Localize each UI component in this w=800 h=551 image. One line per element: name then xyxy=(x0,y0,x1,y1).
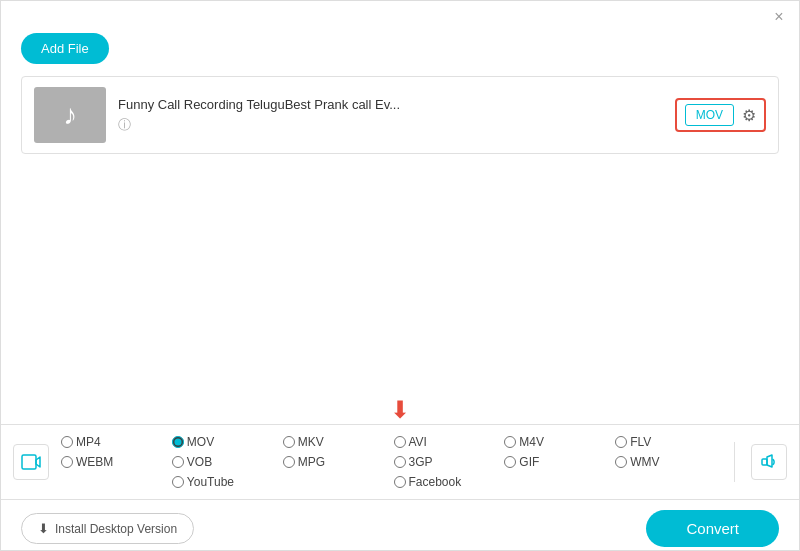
label-facebook: Facebook xyxy=(409,475,462,489)
format-option-flv[interactable]: FLV xyxy=(611,433,722,451)
svg-rect-0 xyxy=(22,455,36,469)
label-mkv: MKV xyxy=(298,435,324,449)
label-mp4: MP4 xyxy=(76,435,101,449)
title-bar: × xyxy=(1,1,799,29)
format-option-mpg[interactable]: MPG xyxy=(279,453,390,471)
format-option-avi[interactable]: AVI xyxy=(390,433,501,451)
format-option-wmv[interactable]: WMV xyxy=(611,453,722,471)
label-wmv: WMV xyxy=(630,455,659,469)
file-info: Funny Call Recording TeluguBest Prank ca… xyxy=(118,97,663,134)
add-file-button[interactable]: Add File xyxy=(21,33,109,64)
label-mov: MOV xyxy=(187,435,214,449)
radio-mp4[interactable] xyxy=(61,436,73,448)
label-youtube: YouTube xyxy=(187,475,234,489)
file-item: ♪ Funny Call Recording TeluguBest Prank … xyxy=(22,77,778,153)
formats-grid: MP4 MOV MKV AVI M4V FLV xyxy=(57,433,722,491)
info-icon[interactable]: ⓘ xyxy=(118,117,131,132)
app-window: × Add File ♪ Funny Call Recording Telugu… xyxy=(1,1,799,550)
format-option-m4v[interactable]: M4V xyxy=(500,433,611,451)
file-thumbnail: ♪ xyxy=(34,87,106,143)
radio-wmv[interactable] xyxy=(615,456,627,468)
format-option-3gp[interactable]: 3GP xyxy=(390,453,501,471)
format-option-facebook[interactable]: Facebook xyxy=(390,473,612,491)
audio-format-icon[interactable] xyxy=(751,444,787,480)
radio-m4v[interactable] xyxy=(504,436,516,448)
file-list: ♪ Funny Call Recording TeluguBest Prank … xyxy=(21,76,779,154)
label-vob: VOB xyxy=(187,455,212,469)
down-arrow-icon: ⬇ xyxy=(390,398,410,422)
settings-icon[interactable]: ⚙ xyxy=(742,106,756,125)
radio-facebook[interactable] xyxy=(394,476,406,488)
radio-mov[interactable] xyxy=(172,436,184,448)
label-3gp: 3GP xyxy=(409,455,433,469)
format-badge-button[interactable]: MOV xyxy=(685,104,734,126)
format-option-webm[interactable]: WEBM xyxy=(57,453,168,471)
file-actions: MOV ⚙ xyxy=(675,98,766,132)
label-gif: GIF xyxy=(519,455,539,469)
label-webm: WEBM xyxy=(76,455,113,469)
radio-vob[interactable] xyxy=(172,456,184,468)
format-option-mov[interactable]: MOV xyxy=(168,433,279,451)
format-option-vob[interactable]: VOB xyxy=(168,453,279,471)
top-bar: Add File xyxy=(1,29,799,72)
radio-webm[interactable] xyxy=(61,456,73,468)
radio-avi[interactable] xyxy=(394,436,406,448)
label-mpg: MPG xyxy=(298,455,325,469)
bottom-bar: ⬇ Install Desktop Version Convert xyxy=(1,499,799,551)
radio-3gp[interactable] xyxy=(394,456,406,468)
close-button[interactable]: × xyxy=(771,9,787,25)
install-label: Install Desktop Version xyxy=(55,522,177,536)
file-name: Funny Call Recording TeluguBest Prank ca… xyxy=(118,97,663,112)
label-flv: FLV xyxy=(630,435,651,449)
label-avi: AVI xyxy=(409,435,427,449)
content-area xyxy=(1,158,799,398)
radio-mpg[interactable] xyxy=(283,456,295,468)
format-selector: MP4 MOV MKV AVI M4V FLV xyxy=(1,424,799,499)
format-option-mkv[interactable]: MKV xyxy=(279,433,390,451)
format-option-youtube[interactable] xyxy=(57,473,168,491)
download-icon: ⬇ xyxy=(38,521,49,536)
convert-button[interactable]: Convert xyxy=(646,510,779,547)
label-m4v: M4V xyxy=(519,435,544,449)
format-option-gif[interactable]: GIF xyxy=(500,453,611,471)
music-icon: ♪ xyxy=(63,99,77,131)
arrow-indicator: ⬇ xyxy=(1,398,799,424)
radio-gif[interactable] xyxy=(504,456,516,468)
format-option-mp4[interactable]: MP4 xyxy=(57,433,168,451)
install-desktop-button[interactable]: ⬇ Install Desktop Version xyxy=(21,513,194,544)
radio-flv[interactable] xyxy=(615,436,627,448)
svg-rect-1 xyxy=(762,459,767,465)
format-option-youtube-row[interactable]: YouTube xyxy=(168,473,390,491)
radio-mkv[interactable] xyxy=(283,436,295,448)
video-format-icon[interactable] xyxy=(13,444,49,480)
divider xyxy=(734,442,735,482)
radio-youtube[interactable] xyxy=(172,476,184,488)
